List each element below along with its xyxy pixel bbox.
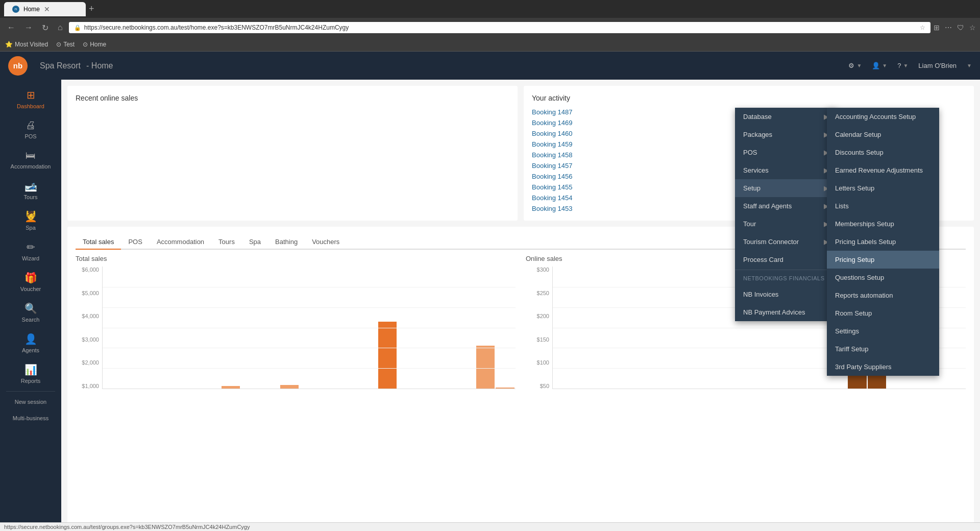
menu-item-services[interactable]: Services ▶ bbox=[735, 161, 837, 179]
menu-item-database[interactable]: Database ▶ bbox=[735, 108, 837, 126]
sidebar-item-spa[interactable]: 💆 Spa bbox=[0, 205, 61, 236]
reports-icon: 📊 bbox=[24, 364, 37, 376]
recent-sales-title: Recent online sales bbox=[76, 94, 509, 102]
submenu-item-memberships[interactable]: Memberships Setup bbox=[827, 215, 939, 233]
star-icon[interactable]: ☆ bbox=[969, 23, 976, 32]
tab-spa[interactable]: Spa bbox=[242, 235, 268, 250]
user-icon-button[interactable]: 👤 ▼ bbox=[872, 62, 887, 69]
submenu-item-earned-revenue[interactable]: Earned Revenue Adjustments bbox=[827, 161, 939, 179]
sidebar-item-multi-business[interactable]: Multi-business bbox=[0, 410, 61, 426]
bar-tall bbox=[378, 322, 397, 389]
help-icon-button[interactable]: ? ▼ bbox=[897, 62, 908, 69]
tours-icon: 🎿 bbox=[24, 180, 37, 192]
app-header: nb Spa Resort - Home ⚙ ▼ 👤 ▼ ? ▼ Liam O'… bbox=[0, 52, 980, 80]
back-button[interactable]: ← bbox=[4, 21, 18, 34]
voucher-icon: 🎁 bbox=[24, 272, 37, 284]
tab-pos[interactable]: POS bbox=[121, 235, 149, 250]
refresh-button[interactable]: ↻ bbox=[39, 21, 52, 35]
sidebar-item-accommodation[interactable]: 🛏 Accommodation bbox=[0, 144, 61, 175]
sidebar-item-voucher[interactable]: 🎁 Voucher bbox=[0, 267, 61, 297]
submenu-item-reports-automation[interactable]: Reports automation bbox=[827, 286, 939, 304]
bookmark-test[interactable]: ⊙ Test bbox=[56, 41, 75, 48]
sidebar-item-tours[interactable]: 🎿 Tours bbox=[0, 175, 61, 205]
bookmark-most-visited[interactable]: ⭐ Most Visited bbox=[5, 41, 48, 48]
user-dropdown-arrow[interactable]: ▼ bbox=[967, 63, 972, 68]
shield-icon[interactable]: 🛡 bbox=[957, 23, 964, 32]
dropdown-separator bbox=[735, 270, 837, 270]
home-button[interactable]: ⌂ bbox=[55, 21, 66, 34]
tab-vouchers[interactable]: Vouchers bbox=[305, 235, 347, 250]
menu-item-tour[interactable]: Tour ▶ bbox=[735, 215, 837, 233]
bar bbox=[476, 346, 495, 389]
nb-financials-label: NETBOOKINGS FINANCIALS bbox=[735, 271, 837, 285]
bookmarks-bar: ⭐ Most Visited ⊙ Test ⊙ Home bbox=[0, 37, 980, 52]
menu-item-setup[interactable]: Setup ▶ bbox=[735, 179, 837, 197]
sidebar-item-wizard[interactable]: ✏ Wizard bbox=[0, 236, 61, 267]
submenu-item-pricing[interactable]: Pricing Setup bbox=[827, 251, 939, 269]
menu-item-nb-payment-advices[interactable]: NB Payment Advices bbox=[735, 303, 837, 321]
forward-button[interactable]: → bbox=[21, 21, 36, 34]
tab-close-button[interactable]: ✕ bbox=[44, 5, 50, 13]
submenu-item-questions[interactable]: Questions Setup bbox=[827, 269, 939, 286]
menu-item-nb-invoices[interactable]: NB Invoices bbox=[735, 285, 837, 303]
submenu-item-accounting[interactable]: Accounting Accounts Setup bbox=[827, 108, 939, 126]
tab-total-sales[interactable]: Total sales bbox=[76, 235, 121, 250]
menu-item-packages[interactable]: Packages ▶ bbox=[735, 126, 837, 143]
menu-item-pos[interactable]: POS ▶ bbox=[735, 143, 837, 161]
activity-title: Your activity bbox=[532, 94, 966, 102]
recent-sales-card: Recent online sales bbox=[67, 86, 518, 221]
sidebar: ⊞ Dashboard 🖨 POS 🛏 Accommodation 🎿 Tour… bbox=[0, 80, 61, 531]
sidebar-item-pos[interactable]: 🖨 POS bbox=[0, 114, 61, 144]
app-logo: nb bbox=[8, 56, 28, 76]
pos-icon: 🖨 bbox=[26, 119, 36, 131]
browser-nav: ← → ↻ ⌂ 🔒 https://secure.netbookings.com… bbox=[0, 18, 980, 37]
submenu-item-3rd-party[interactable]: 3rd Party Suppliers bbox=[827, 358, 939, 376]
total-sales-grid bbox=[103, 267, 516, 389]
submenu-item-calendar[interactable]: Calendar Setup bbox=[827, 126, 939, 143]
more-icon[interactable]: ⋯ bbox=[945, 23, 952, 32]
sidebar-item-reports[interactable]: 📊 Reports bbox=[0, 358, 61, 389]
status-url: https://secure.netbookings.com.au/test/g… bbox=[4, 524, 250, 530]
main-layout: ⊞ Dashboard 🖨 POS 🛏 Accommodation 🎿 Tour… bbox=[0, 80, 980, 531]
favicon: n bbox=[12, 6, 19, 13]
menu-item-tourism-connector[interactable]: Tourism Connector ▶ bbox=[735, 233, 837, 251]
submenu-item-discounts[interactable]: Discounts Setup bbox=[827, 143, 939, 161]
browser-tab[interactable]: n Home ✕ bbox=[4, 2, 86, 16]
extensions-icon[interactable]: ⊞ bbox=[934, 23, 940, 32]
submenu-item-settings[interactable]: Settings bbox=[827, 322, 939, 340]
submenu-item-lists[interactable]: Lists bbox=[827, 197, 939, 215]
tab-accommodation[interactable]: Accommodation bbox=[150, 235, 211, 250]
sidebar-item-dashboard[interactable]: ⊞ Dashboard bbox=[0, 84, 61, 114]
app: nb Spa Resort - Home ⚙ ▼ 👤 ▼ ? ▼ Liam O'… bbox=[0, 52, 980, 531]
menu-item-process-card[interactable]: Process Card bbox=[735, 251, 837, 269]
dashboard-icon: ⊞ bbox=[27, 89, 35, 101]
status-bar: https://secure.netbookings.com.au/test/g… bbox=[0, 522, 980, 531]
new-tab-button[interactable]: + bbox=[89, 4, 94, 14]
nav-icons: ⊞ ⋯ 🛡 ☆ bbox=[934, 23, 976, 32]
sidebar-item-new-session[interactable]: New session bbox=[0, 394, 61, 410]
submenu-item-letters[interactable]: Letters Setup bbox=[827, 179, 939, 197]
submenu-item-pricing-labels[interactable]: Pricing Labels Setup bbox=[827, 233, 939, 251]
tab-label: Home bbox=[23, 6, 40, 13]
tab-bathing[interactable]: Bathing bbox=[268, 235, 305, 250]
user-name[interactable]: Liam O'Brien bbox=[918, 62, 957, 69]
submenu-item-room[interactable]: Room Setup bbox=[827, 304, 939, 322]
online-sales-y-axis: $300 $250 $200 $150 $100 $50 bbox=[526, 267, 552, 389]
total-sales-y-axis: $6,000 $5,000 $4,000 $3,000 $2,000 $1,00… bbox=[76, 267, 102, 389]
settings-dropdown: Database ▶ Packages ▶ POS ▶ Services ▶ S… bbox=[735, 108, 837, 321]
tab-tours[interactable]: Tours bbox=[211, 235, 242, 250]
browser-chrome: n Home ✕ + bbox=[0, 0, 980, 18]
total-sales-chart: Total sales $6,000 $5,000 $4,000 $3,000 … bbox=[76, 255, 516, 399]
bar bbox=[222, 386, 240, 389]
sidebar-item-agents[interactable]: 👤 Agents bbox=[0, 328, 61, 358]
menu-item-staff-agents[interactable]: Staff and Agents ▶ bbox=[735, 197, 837, 215]
address-bar[interactable]: 🔒 https://secure.netbookings.com.au/test… bbox=[69, 22, 930, 33]
spa-icon: 💆 bbox=[24, 210, 37, 223]
submenu-item-tariff[interactable]: Tariff Setup bbox=[827, 340, 939, 358]
total-sales-label: Total sales bbox=[76, 255, 516, 262]
header-right: ⚙ ▼ 👤 ▼ ? ▼ Liam O'Brien ▼ bbox=[848, 62, 972, 69]
settings-icon-button[interactable]: ⚙ ▼ bbox=[848, 62, 862, 69]
bookmark-home[interactable]: ⊙ Home bbox=[83, 41, 106, 48]
sidebar-item-search[interactable]: 🔍 Search bbox=[0, 297, 61, 328]
bar bbox=[496, 388, 514, 389]
